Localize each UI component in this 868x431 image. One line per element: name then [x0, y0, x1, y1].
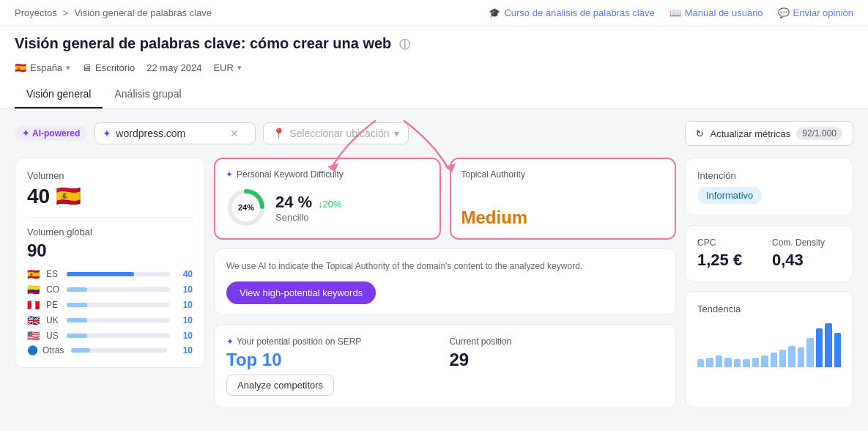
serp-current: Current position 29: [450, 336, 664, 396]
spain-flag-2: 🇪🇸: [56, 184, 81, 208]
date-display: 22 may 2024: [146, 62, 201, 73]
left-column: Volumen 40 🇪🇸 Volumen global 90 🇪🇸 ES: [15, 158, 205, 408]
cpc-card: CPC 1,25 € Com. Density 0,43: [685, 225, 853, 282]
ta-label: Topical Authority: [461, 169, 665, 180]
global-volume-label: Volumen global: [27, 226, 193, 237]
donut-value: 24%: [238, 203, 254, 212]
trend-card: Tendencia: [685, 291, 853, 408]
page-title: Visión general de palabras clave: cómo c…: [15, 35, 853, 52]
pkd-card: ✦ Personal Keyword Difficulty 24%: [214, 158, 441, 240]
bar-track-pe: [67, 303, 170, 307]
trend-bars: [697, 323, 841, 367]
serp-card: ✦ Your potential position on SERP Top 10…: [214, 324, 676, 408]
breadcrumb-projects[interactable]: Proyectos: [15, 7, 57, 18]
trend-label: Tendencia: [697, 303, 841, 314]
domain-input-wrap[interactable]: ✦ ✕: [94, 122, 256, 144]
divider: [27, 217, 193, 218]
clear-icon[interactable]: ✕: [230, 128, 239, 139]
metrics-section: ✦ Personal Keyword Difficulty 24%: [214, 158, 676, 240]
serp-potential: ✦ Your potential position on SERP Top 10…: [226, 336, 441, 396]
bar-fill-co: [67, 287, 87, 292]
manual-link[interactable]: 📖 Manual de usuario: [669, 7, 763, 18]
update-metrics-button[interactable]: ↻ Actualizar métricas 92/1.000: [685, 121, 853, 146]
trend-bar-6: [752, 358, 759, 367]
pkd-percent: 24 % ↓20%: [275, 193, 342, 212]
trend-bar-8: [771, 353, 777, 367]
ta-value: Medium: [461, 207, 665, 228]
metrics-row: ✦ Personal Keyword Difficulty 24%: [214, 158, 676, 240]
flag-uk: 🇬🇧: [27, 314, 42, 326]
global-volume-value: 90: [27, 240, 193, 261]
location-selector[interactable]: 📍 Seleccionar ubicación ▾: [263, 122, 408, 144]
plus-icon: ✦: [103, 128, 111, 139]
otras-row: 🔵 Otras 10: [27, 345, 193, 356]
ta-content: Medium: [461, 187, 665, 246]
top-links: 🎓 Curso de análisis de palabras clave 📖 …: [489, 7, 853, 18]
serp-current-label: Current position: [450, 336, 664, 347]
otras-bar-track: [71, 348, 167, 353]
volume-card: Volumen 40 🇪🇸 Volumen global 90 🇪🇸 ES: [15, 158, 205, 368]
trend-bar-4: [734, 359, 741, 367]
flag-us: 🇺🇸: [27, 330, 42, 342]
chevron-down-icon: ▾: [66, 63, 70, 73]
trend-bar-13: [816, 328, 823, 367]
pkd-level: Sencillo: [275, 212, 342, 223]
volume-label: Volumen: [27, 170, 193, 181]
refresh-icon: ↻: [696, 128, 704, 139]
spark-icon: ✦: [22, 128, 29, 139]
bar-fill-pe: [67, 303, 87, 307]
density-section: Com. Density 0,43: [772, 237, 841, 270]
book-icon: 📖: [669, 7, 681, 18]
country-selector[interactable]: 🇪🇸 España ▾: [15, 62, 70, 73]
info-text: We use AI to indicate the Topical Author…: [226, 259, 664, 273]
chevron-down-icon-3: ▾: [394, 128, 399, 139]
currency-selector[interactable]: EUR ▾: [213, 62, 241, 73]
pkd-info: 24 % ↓20% Sencillo: [275, 193, 342, 223]
meta-row: 🇪🇸 España ▾ 🖥 Escritorio 22 may 2024 EUR…: [15, 58, 853, 78]
spain-flag: 🇪🇸: [15, 62, 26, 73]
country-row-pe: 🇵🇪 PE 10: [27, 299, 193, 311]
intent-card: Intención Informativo: [685, 158, 853, 216]
tab-analisis-grupal[interactable]: Análisis grupal: [103, 81, 193, 108]
right-column: Intención Informativo CPC 1,25 € Com. De…: [685, 158, 853, 408]
location-icon: 📍: [272, 128, 285, 139]
country-row-us: 🇺🇸 US 10: [27, 330, 193, 342]
analyze-competitors-button[interactable]: Analyze competitors: [226, 375, 334, 396]
cpc-grid: CPC 1,25 € Com. Density 0,43: [697, 237, 841, 270]
opinion-link[interactable]: 💬 Enviar opinión: [778, 7, 853, 18]
device-selector[interactable]: 🖥 Escritorio: [82, 62, 135, 73]
trend-bar-11: [798, 347, 804, 367]
info-icon[interactable]: ⓘ: [399, 38, 410, 51]
tab-vision-general[interactable]: Visión general: [15, 81, 103, 108]
pkd-drop: ↓20%: [318, 199, 342, 210]
cpc-section: CPC 1,25 €: [697, 237, 766, 270]
country-row-es: 🇪🇸 ES 40: [27, 268, 193, 280]
cpc-value: 1,25 €: [697, 251, 766, 270]
country-list: 🇪🇸 ES 40 🇨🇴 CO 10: [27, 268, 193, 342]
spark-icon-pkd: ✦: [226, 169, 233, 180]
search-row: ✦ AI-powered ✦ ✕ 📍 Seleccionar ubicación…: [15, 121, 853, 146]
info-text-card: We use AI to indicate the Topical Author…: [214, 248, 676, 315]
trend-bar-3: [724, 358, 731, 367]
donut-chart: 24%: [226, 187, 267, 228]
spark-icon-serp: ✦: [226, 336, 234, 347]
serp-grid: ✦ Your potential position on SERP Top 10…: [226, 336, 664, 396]
ai-badge: ✦ AI-powered: [15, 126, 87, 141]
trend-bar-12: [806, 338, 813, 367]
main-content: ✦ AI-powered ✦ ✕ 📍 Seleccionar ubicación…: [0, 109, 868, 420]
bar-track-es: [67, 272, 170, 276]
trend-bar-7: [761, 356, 768, 367]
bar-track-us: [67, 334, 170, 338]
bar-track-uk: [67, 318, 170, 323]
breadcrumb-sep: >: [63, 7, 69, 18]
trend-bar-15: [834, 333, 841, 367]
high-potential-button[interactable]: View high-potential keywords: [226, 281, 376, 304]
bar-track-co: [67, 287, 170, 292]
serp-potential-value: Top 10: [226, 350, 441, 370]
curso-link[interactable]: 🎓 Curso de análisis de palabras clave: [489, 7, 654, 18]
graduation-icon: 🎓: [489, 7, 500, 18]
top-nav: Proyectos > Visión general de palabras c…: [0, 0, 868, 26]
domain-input[interactable]: [116, 128, 226, 139]
trend-bar-0: [697, 359, 704, 367]
density-value: 0,43: [772, 251, 841, 270]
